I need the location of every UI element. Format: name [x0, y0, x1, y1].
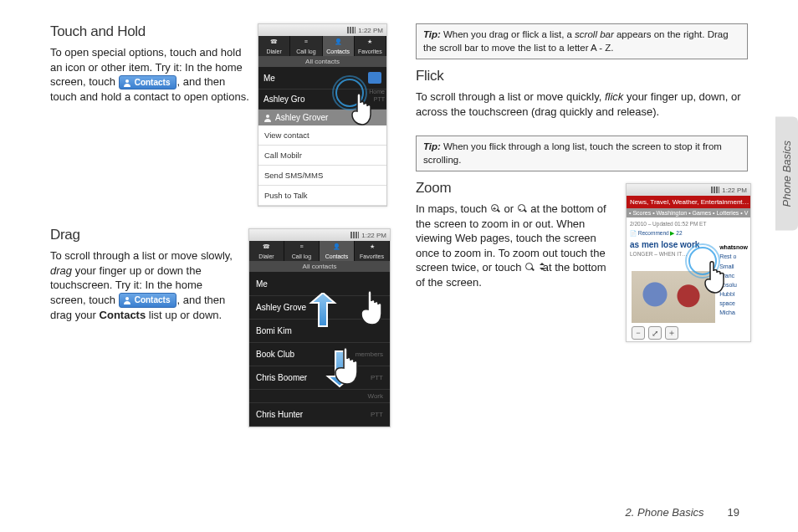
tab-dialer[interactable]: ☎Dialer: [249, 241, 284, 261]
contact-row-me[interactable]: Me: [258, 67, 386, 90]
tip-scrollbar: Tip:When you drag or flick a list, a scr…: [416, 23, 748, 59]
phone-mock-zoom: 1:22 PM News, Travel, Weather, Entertain…: [626, 183, 751, 342]
tab-call-log[interactable]: ≡Call log: [290, 36, 322, 56]
drag-hand-top-icon: [356, 288, 393, 331]
context-menu-header: Ashley Grover: [258, 110, 386, 125]
svg-point-1: [125, 79, 129, 83]
ctx-send-sms[interactable]: Send SMS/MMS: [258, 166, 386, 186]
web-subnav: • Scores • Washington • Games • Lotterie…: [627, 208, 750, 217]
web-sidebar-links[interactable]: whatsnow Rest o Small Franc absolu Hubbl…: [719, 243, 748, 318]
web-header: News, Travel, Weather, Entertainment…: [627, 196, 750, 208]
zoom-controls[interactable]: － ⤢ ＋: [632, 326, 678, 340]
zoom-overview-inline-icon: [524, 262, 540, 273]
phone-mock-touch-hold: 1:22 PM ☎Dialer ≡Call log 👤Contacts ★Fav…: [258, 23, 387, 207]
web-body[interactable]: 2/2010 – Updated 01:52 PM ET 📄 Recommend…: [627, 217, 750, 342]
zoom-in-inline-icon: +: [490, 203, 501, 214]
ctx-push-to-talk[interactable]: Push to Talk: [258, 186, 386, 206]
signal-icon: [350, 232, 359, 238]
zoom-out-inline-icon: -: [517, 203, 528, 214]
edit-icon[interactable]: [368, 72, 381, 84]
all-contacts-header: All contacts: [249, 261, 390, 272]
para-flick: To scroll through a list or move quickly…: [416, 90, 748, 119]
ctx-view-contact[interactable]: View contact: [258, 125, 386, 146]
section-zoom: 1:22 PM News, Travel, Weather, Entertain…: [416, 180, 748, 289]
tip-flick-stop: Tip:When you flick through a long list, …: [416, 136, 748, 171]
list-item[interactable]: Chris HunterPTT: [249, 403, 390, 427]
signal-icon: [347, 27, 356, 33]
left-column: 1:22 PM ☎Dialer ≡Call log 👤Contacts ★Fav…: [50, 23, 382, 515]
ctx-call-mobile[interactable]: Call Mobilr: [258, 146, 386, 166]
zoom-out-icon[interactable]: －: [632, 326, 645, 340]
web-photo: [632, 271, 715, 323]
status-time: 1:22 PM: [722, 187, 747, 194]
status-bar: 1:22 PM: [258, 24, 386, 36]
heading-flick: Flick: [416, 68, 748, 84]
svg-point-2: [125, 297, 129, 300]
side-tab: Phone Basics: [775, 117, 798, 231]
contacts-pill: Contacts: [119, 75, 177, 90]
web-dateline: 2/2010 – Updated 01:52 PM ET: [630, 221, 747, 227]
page-footer: 2. Phone Basics19: [626, 506, 739, 519]
tab-favorites[interactable]: ★Favorites: [355, 36, 386, 56]
section-flick: Flick To scroll through a list or move q…: [416, 68, 748, 119]
contact-row-ashley[interactable]: Ashley Gro HomePTT: [258, 90, 386, 110]
tab-contacts[interactable]: 👤Contacts: [320, 241, 355, 261]
right-column: Tip:When you drag or flick a list, a scr…: [416, 23, 748, 515]
drag-hand-bottom-icon: [331, 345, 371, 391]
zoom-in-icon[interactable]: ＋: [665, 326, 678, 340]
tab-contacts[interactable]: 👤Contacts: [323, 36, 355, 56]
zoom-fit-icon[interactable]: ⤢: [648, 326, 662, 340]
phone-mock-drag: 1:22 PM ☎Dialer ≡Call log 👤Contacts ★Fav…: [248, 228, 391, 427]
section-touch-and-hold: 1:22 PM ☎Dialer ≡Call log 👤Contacts ★Fav…: [50, 23, 382, 105]
signal-icon: [711, 187, 719, 193]
section-drag: 1:22 PM ☎Dialer ≡Call log 👤Contacts ★Fav…: [50, 227, 382, 323]
all-contacts-header: All contacts: [258, 56, 386, 67]
tab-favorites[interactable]: ★Favorites: [355, 241, 390, 261]
tab-dialer[interactable]: ☎Dialer: [258, 36, 290, 56]
tab-call-log[interactable]: ≡Call log: [284, 241, 320, 261]
svg-point-0: [266, 115, 269, 118]
status-time: 1:22 PM: [358, 27, 383, 34]
tabs-row: ☎Dialer ≡Call log 👤Contacts ★Favorites: [258, 36, 386, 56]
contacts-pill: Contacts: [119, 293, 177, 308]
status-time: 1:22 PM: [361, 232, 386, 239]
